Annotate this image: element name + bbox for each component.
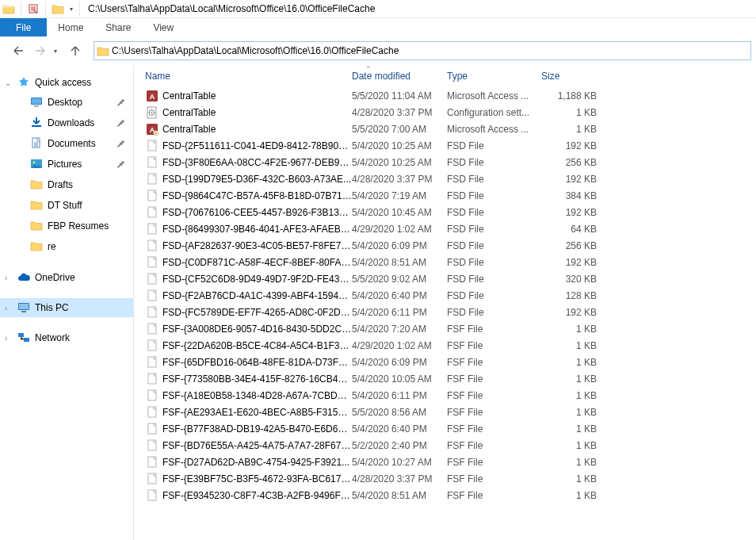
column-header-size[interactable]: Size: [541, 71, 605, 82]
tab-home[interactable]: Home: [47, 18, 94, 36]
sidebar-item-label: Desktop: [48, 97, 82, 108]
file-row[interactable]: FSD-{70676106-CEE5-4457-B926-F3B1356...5…: [134, 204, 756, 220]
file-date: 5/4/2020 10:27 AM: [352, 457, 447, 468]
file-row[interactable]: FSF-{773580BB-34E4-415F-8276-16CB411...5…: [134, 370, 756, 387]
file-row[interactable]: FSF-{AE293AE1-E620-4BEC-A8B5-F315C0...5/…: [134, 404, 756, 420]
file-name: CentralTable: [162, 90, 352, 101]
file-date: 5/4/2020 6:11 PM: [352, 307, 447, 318]
file-type: FSF File: [447, 407, 541, 418]
sidebar-item[interactable]: DT Stuff: [0, 195, 133, 216]
recent-locations-button[interactable]: ▾: [54, 48, 57, 55]
folder-icon: [30, 220, 43, 232]
generic-icon: [145, 255, 159, 270]
file-date: 4/28/2020 3:37 PM: [352, 473, 447, 484]
chevron-right-icon: ›: [5, 304, 7, 312]
sidebar-item-label: DT Stuff: [48, 200, 82, 211]
file-type: FSF File: [447, 390, 541, 401]
generic-icon: [145, 455, 159, 469]
sort-indicator-icon: ⌃: [365, 65, 372, 73]
file-row[interactable]: FSD-{AF282637-90E3-4C05-BE57-F8FE734...5…: [134, 237, 756, 254]
file-size: 256 KB: [541, 240, 597, 251]
file-size: 192 KB: [541, 257, 597, 268]
tab-view[interactable]: View: [142, 18, 185, 36]
qat-customize-button[interactable]: ▾: [67, 6, 76, 13]
forward-button[interactable]: [32, 42, 49, 59]
sidebar-item[interactable]: FBP Resumes: [0, 216, 133, 236]
file-name: FSD-{86499307-9B46-4041-AFE3-AFAEBD...: [162, 224, 352, 235]
file-list-pane: ⌃ Name Date modified Type Size CentralTa…: [134, 65, 756, 540]
file-row[interactable]: CentralTable4/28/2020 3:37 PMConfigurati…: [134, 104, 756, 121]
file-type: FSD File: [447, 257, 541, 268]
sidebar-item[interactable]: Downloads: [0, 113, 133, 133]
sidebar-label: OneDrive: [35, 272, 75, 283]
sidebar-item[interactable]: Documents: [0, 133, 133, 154]
file-type: FSD File: [447, 274, 541, 285]
file-row[interactable]: FSF-{E9345230-C8F7-4C3B-A2FB-9496F9...5/…: [134, 487, 756, 504]
file-name: FSD-{3F80E6AA-08CC-4F2E-9677-DEB977...: [162, 157, 352, 168]
file-row[interactable]: FSF-{BD76E55A-A425-4A75-A7A7-28F673...5/…: [134, 437, 756, 454]
sidebar-item[interactable]: Desktop: [0, 92, 133, 113]
file-row[interactable]: FSD-{9864C47C-B57A-45F8-B18D-07B719...5/…: [134, 187, 756, 204]
file-date: 5/4/2020 10:45 AM: [352, 207, 447, 218]
tab-file[interactable]: File: [0, 18, 47, 36]
file-type: FSF File: [447, 340, 541, 351]
quick-access-toolbar: ▾: [17, 0, 83, 17]
sidebar-network[interactable]: › Network: [0, 328, 133, 347]
file-row[interactable]: FSF-{22DA620B-B5CE-4C84-A5C4-B1F36...4/2…: [134, 337, 756, 354]
sidebar-item[interactable]: re: [0, 236, 133, 257]
file-date: 5/4/2020 10:25 AM: [352, 157, 447, 168]
sidebar-onedrive[interactable]: › OneDrive: [0, 268, 133, 287]
back-button[interactable]: [10, 42, 27, 59]
column-header-name[interactable]: Name: [145, 71, 352, 82]
tab-share[interactable]: Share: [94, 18, 142, 36]
file-name: FSD-{199D79E5-D36F-432C-B603-A73AE...: [162, 174, 352, 185]
sidebar-item[interactable]: Drafts: [0, 174, 133, 195]
file-row[interactable]: FSF-{3A008DE6-9057-4D16-8430-5DD2C9...5/…: [134, 320, 756, 337]
file-date: 4/28/2020 3:37 PM: [352, 107, 447, 118]
cloud-icon: [17, 271, 30, 284]
file-row[interactable]: CentralTable5/5/2020 7:00 AMMicrosoft Ac…: [134, 121, 756, 137]
file-row[interactable]: FSD-{CF52C6D8-9D49-49D7-9F2D-FE4331...5/…: [134, 270, 756, 287]
file-row[interactable]: FSD-{2F511611-C041-4ED9-8412-78B9027...5…: [134, 137, 756, 154]
sidebar-this-pc[interactable]: › This PC: [0, 298, 133, 317]
file-name: FSD-{70676106-CEE5-4457-B926-F3B1356...: [162, 207, 352, 218]
generic-icon: [145, 372, 159, 386]
sidebar-item[interactable]: Pictures: [0, 154, 133, 174]
address-input[interactable]: [112, 44, 750, 58]
navigation-bar: ▾: [0, 36, 756, 65]
column-header-type[interactable]: Type: [447, 71, 541, 82]
sidebar-label: Quick access: [35, 77, 91, 88]
folder-icon: [30, 240, 43, 253]
address-bar[interactable]: [94, 41, 751, 60]
file-size: 1,188 KB: [541, 90, 597, 101]
file-type: FSF File: [447, 457, 541, 468]
file-size: 1 KB: [541, 440, 597, 451]
file-date: 4/29/2020 1:02 AM: [352, 224, 447, 235]
file-row[interactable]: FSF-{D27AD62D-AB9C-4754-9425-F3921...5/4…: [134, 454, 756, 470]
file-date: 5/4/2020 6:09 PM: [352, 357, 447, 368]
file-date: 5/4/2020 6:11 PM: [352, 390, 447, 401]
file-row[interactable]: FSD-{199D79E5-D36F-432C-B603-A73AE...4/2…: [134, 170, 756, 187]
file-row[interactable]: FSF-{A18E0B58-1348-4D28-A67A-7CBD34...5/…: [134, 387, 756, 404]
file-row[interactable]: FSD-{C0DF871C-A58F-4ECF-8BEF-80FA3...5/4…: [134, 254, 756, 270]
file-name: FSF-{E9345230-C8F7-4C3B-A2FB-9496F9...: [162, 490, 352, 501]
file-row[interactable]: FSD-{FC5789DE-EF7F-4265-AD8C-0F2DF1...5/…: [134, 304, 756, 320]
sidebar-quick-access[interactable]: ⌄ Quick access: [0, 73, 133, 92]
file-row[interactable]: FSF-{B77F38AD-DB19-42A5-B470-E6D6C...5/4…: [134, 420, 756, 437]
file-row[interactable]: FSF-{E39BF75C-B3F5-4672-93FA-BC617D...4/…: [134, 470, 756, 487]
file-type: FSF File: [447, 423, 541, 435]
file-row[interactable]: FSD-{F2AB76CD-4A1C-4399-ABF4-1594C...5/4…: [134, 287, 756, 304]
file-date: 5/4/2020 7:20 AM: [352, 324, 447, 335]
up-button[interactable]: [67, 42, 84, 59]
file-size: 1 KB: [541, 107, 597, 118]
file-name: FSF-{773580BB-34E4-415F-8276-16CB411...: [162, 373, 352, 385]
qat-new-folder-button[interactable]: [49, 0, 67, 17]
file-row[interactable]: FSF-{65DFBD16-064B-48FE-81DA-D73FE1...5/…: [134, 354, 756, 370]
file-name: FSF-{BD76E55A-A425-4A75-A7A7-28F673...: [162, 440, 352, 451]
folder-icon: [30, 178, 43, 191]
file-row[interactable]: CentralTable5/5/2020 11:04 AMMicrosoft A…: [134, 87, 756, 104]
file-row[interactable]: FSD-{86499307-9B46-4041-AFE3-AFAEBD...4/…: [134, 220, 756, 237]
file-row[interactable]: FSD-{3F80E6AA-08CC-4F2E-9677-DEB977...5/…: [134, 154, 756, 170]
qat-properties-button[interactable]: [25, 0, 42, 17]
file-size: 1 KB: [541, 357, 597, 368]
